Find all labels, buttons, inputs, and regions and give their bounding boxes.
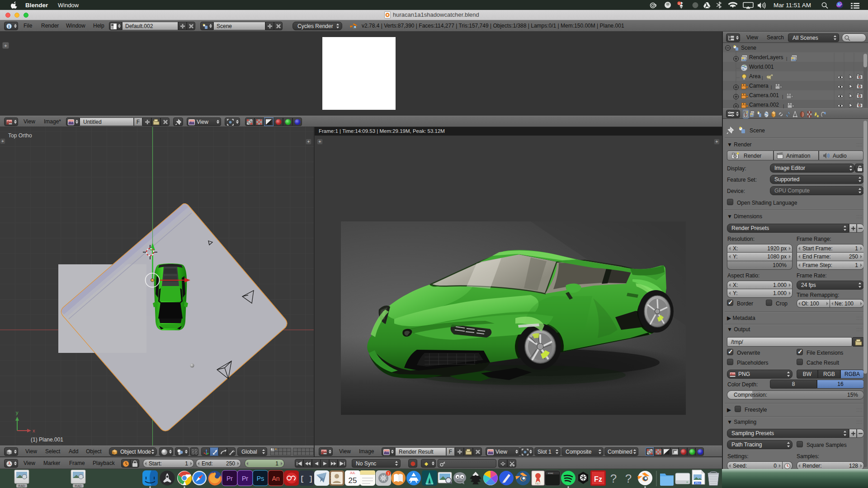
svg-text:RAD: RAD <box>19 484 25 488</box>
svg-text:|: | <box>783 104 784 108</box>
svg-text:Pr: Pr <box>226 475 233 482</box>
svg-text:i: i <box>9 24 10 29</box>
svg-text:|: | <box>771 85 772 89</box>
svg-text:|: | <box>762 75 763 80</box>
svg-text:RAD: RAD <box>75 484 82 488</box>
svg-text:y: y <box>16 410 19 415</box>
svg-text:An: An <box>272 475 279 482</box>
svg-text:?: ? <box>625 472 632 485</box>
svg-text:MAYA: MAYA <box>426 483 433 485</box>
svg-text:JUL: JUL <box>350 471 356 474</box>
svg-text:Ps: Ps <box>257 475 264 482</box>
svg-text:exec: exec <box>548 472 553 475</box>
svg-text:?: ? <box>610 472 617 485</box>
svg-text:1: 1 <box>387 471 390 475</box>
svg-text:|: | <box>782 94 783 99</box>
svg-text:Fz: Fz <box>594 475 602 483</box>
svg-text:|: | <box>786 56 787 61</box>
svg-text:[ ]: [ ] <box>300 475 313 483</box>
svg-text:JPEG: JPEG <box>694 482 700 484</box>
svg-text:25: 25 <box>349 476 357 485</box>
svg-text:x: x <box>33 428 35 433</box>
svg-text:Pr: Pr <box>242 475 248 482</box>
svg-text:1: 1 <box>679 2 680 5</box>
svg-text:KEY: KEY <box>535 482 541 485</box>
